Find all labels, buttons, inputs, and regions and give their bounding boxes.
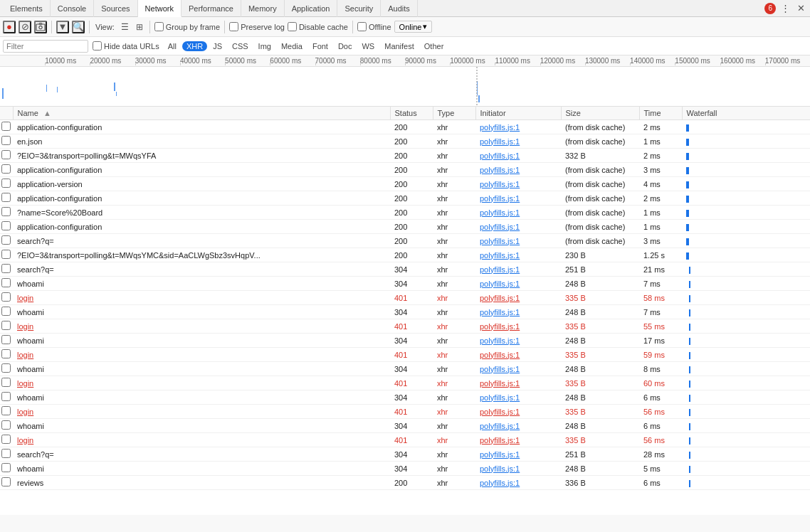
table-row[interactable]: search?q=200xhrpolyfills.js:1(from disk … bbox=[0, 234, 810, 248]
filter-button[interactable]: ▼ bbox=[56, 21, 69, 33]
row-initiator-link[interactable]: polyfills.js:1 bbox=[480, 436, 520, 445]
table-row[interactable]: whoami304xhrpolyfills.js:1248 B17 ms bbox=[0, 334, 810, 348]
filter-tag-other[interactable]: Other bbox=[420, 41, 448, 51]
filter-tag-media[interactable]: Media bbox=[277, 41, 307, 51]
preserve-log-checkbox[interactable] bbox=[229, 22, 238, 31]
table-row[interactable]: login401xhrpolyfills.js:1335 B55 ms bbox=[0, 319, 810, 334]
view-group-button[interactable]: ⊞ bbox=[134, 21, 145, 33]
row-checkbox[interactable] bbox=[1, 349, 11, 358]
row-initiator-link[interactable]: polyfills.js:1 bbox=[480, 393, 520, 402]
row-name-link[interactable]: login bbox=[17, 379, 33, 388]
table-row[interactable]: login401xhrpolyfills.js:1335 B59 ms bbox=[0, 348, 810, 362]
filter-tag-xhr[interactable]: XHR bbox=[182, 41, 207, 51]
row-initiator-link[interactable]: polyfills.js:1 bbox=[480, 450, 520, 459]
row-checkbox[interactable] bbox=[1, 406, 11, 415]
hide-data-urls-checkbox[interactable] bbox=[93, 41, 102, 50]
row-checkbox[interactable] bbox=[1, 221, 11, 230]
row-initiator-link[interactable]: polyfills.js:1 bbox=[480, 322, 520, 331]
table-row[interactable]: whoami304xhrpolyfills.js:1248 B7 ms bbox=[0, 305, 810, 319]
row-checkbox[interactable] bbox=[1, 477, 11, 486]
table-container[interactable]: Name ▲ Status Type Initiator Size Time W… bbox=[0, 107, 810, 515]
tab-application[interactable]: Application bbox=[285, 0, 338, 17]
row-name-link[interactable]: login bbox=[17, 408, 33, 416]
row-initiator-link[interactable]: polyfills.js:1 bbox=[480, 479, 520, 487]
row-initiator-link[interactable]: polyfills.js:1 bbox=[480, 464, 520, 473]
record-button[interactable]: ● bbox=[3, 21, 16, 33]
row-initiator-link[interactable]: polyfills.js:1 bbox=[480, 365, 520, 373]
table-row[interactable]: whoami304xhrpolyfills.js:1248 B6 ms bbox=[0, 390, 810, 405]
table-row[interactable]: whoami304xhrpolyfills.js:1248 B8 ms bbox=[0, 362, 810, 376]
th-initiator[interactable]: Initiator bbox=[475, 107, 561, 120]
row-checkbox[interactable] bbox=[1, 363, 11, 373]
table-row[interactable]: application-version200xhrpolyfills.js:1(… bbox=[0, 177, 810, 191]
row-checkbox[interactable] bbox=[1, 321, 11, 330]
row-checkbox[interactable] bbox=[1, 235, 11, 245]
row-initiator-link[interactable]: polyfills.js:1 bbox=[480, 123, 520, 132]
clear-button[interactable]: ⊘ bbox=[19, 21, 31, 33]
filter-tag-all[interactable]: All bbox=[164, 41, 181, 51]
hide-data-urls-label[interactable]: Hide data URLs bbox=[93, 41, 159, 50]
table-row[interactable]: ?EIO=3&transport=polling&t=MWqsYMC&sid=A… bbox=[0, 248, 810, 262]
th-name[interactable]: Name ▲ bbox=[13, 107, 390, 120]
timeline[interactable]: 10000 ms20000 ms30000 ms40000 ms50000 ms… bbox=[0, 55, 810, 107]
group-by-frame-checkbox[interactable] bbox=[154, 22, 164, 31]
row-initiator-link[interactable]: polyfills.js:1 bbox=[480, 265, 520, 274]
tab-console[interactable]: Console bbox=[51, 0, 94, 17]
filter-tag-doc[interactable]: Doc bbox=[334, 41, 357, 51]
row-name-link[interactable]: login bbox=[17, 436, 33, 445]
th-time[interactable]: Time bbox=[639, 107, 682, 120]
row-checkbox[interactable] bbox=[1, 463, 11, 472]
screenshot-button[interactable] bbox=[34, 21, 47, 33]
row-checkbox[interactable] bbox=[1, 122, 11, 131]
tab-audits[interactable]: Audits bbox=[381, 0, 418, 17]
row-checkbox[interactable] bbox=[1, 435, 11, 444]
row-checkbox[interactable] bbox=[1, 250, 11, 259]
row-initiator-link[interactable]: polyfills.js:1 bbox=[480, 280, 520, 288]
row-checkbox[interactable] bbox=[1, 136, 11, 145]
preserve-log-label[interactable]: Preserve log bbox=[229, 22, 285, 31]
search-button[interactable]: 🔍 bbox=[72, 21, 85, 33]
row-initiator-link[interactable]: polyfills.js:1 bbox=[480, 237, 520, 245]
tab-elements[interactable]: Elements bbox=[3, 0, 51, 17]
row-checkbox[interactable] bbox=[1, 179, 11, 188]
table-row[interactable]: application-configuration200xhrpolyfills… bbox=[0, 191, 810, 206]
row-initiator-link[interactable]: polyfills.js:1 bbox=[480, 137, 520, 146]
row-initiator-link[interactable]: polyfills.js:1 bbox=[480, 408, 520, 416]
view-list-button[interactable]: ☰ bbox=[119, 21, 131, 33]
tab-sources[interactable]: Sources bbox=[94, 0, 137, 17]
disable-cache-checkbox[interactable] bbox=[288, 22, 297, 31]
row-checkbox[interactable] bbox=[1, 264, 11, 273]
disable-cache-label[interactable]: Disable cache bbox=[288, 22, 348, 31]
filter-tag-img[interactable]: Img bbox=[254, 41, 275, 51]
offline-label[interactable]: Offline bbox=[357, 22, 391, 31]
group-by-frame-label[interactable]: Group by frame bbox=[154, 22, 220, 31]
table-row[interactable]: whoami304xhrpolyfills.js:1248 B6 ms bbox=[0, 419, 810, 433]
row-initiator-link[interactable]: polyfills.js:1 bbox=[480, 308, 520, 316]
tab-memory[interactable]: Memory bbox=[241, 0, 285, 17]
row-initiator-link[interactable]: polyfills.js:1 bbox=[480, 151, 520, 160]
table-row[interactable]: login401xhrpolyfills.js:1335 B60 ms bbox=[0, 376, 810, 390]
row-initiator-link[interactable]: polyfills.js:1 bbox=[480, 294, 520, 302]
table-row[interactable]: login401xhrpolyfills.js:1335 B56 ms bbox=[0, 405, 810, 419]
row-initiator-link[interactable]: polyfills.js:1 bbox=[480, 422, 520, 430]
row-checkbox[interactable] bbox=[1, 335, 11, 344]
tab-network[interactable]: Network bbox=[138, 0, 182, 17]
filter-tag-js[interactable]: JS bbox=[209, 41, 226, 51]
th-size[interactable]: Size bbox=[561, 107, 639, 120]
table-row[interactable]: en.json200xhrpolyfills.js:1(from disk ca… bbox=[0, 134, 810, 149]
table-row[interactable]: whoami304xhrpolyfills.js:1248 B5 ms bbox=[0, 462, 810, 476]
table-row[interactable]: whoami304xhrpolyfills.js:1248 B7 ms bbox=[0, 277, 810, 291]
filter-tag-ws[interactable]: WS bbox=[357, 41, 379, 51]
filter-tag-font[interactable]: Font bbox=[308, 41, 332, 51]
row-checkbox[interactable] bbox=[1, 207, 11, 216]
tab-security[interactable]: Security bbox=[337, 0, 381, 17]
row-checkbox[interactable] bbox=[1, 307, 11, 316]
table-row[interactable]: reviews200xhrpolyfills.js:1336 B6 ms bbox=[0, 476, 810, 490]
th-status[interactable]: Status bbox=[390, 107, 433, 120]
online-button[interactable]: Online ▾ bbox=[394, 21, 433, 33]
filter-tag-css[interactable]: CSS bbox=[228, 41, 253, 51]
row-checkbox[interactable] bbox=[1, 378, 11, 387]
row-initiator-link[interactable]: polyfills.js:1 bbox=[480, 251, 520, 260]
row-initiator-link[interactable]: polyfills.js:1 bbox=[480, 180, 520, 188]
table-row[interactable]: search?q=304xhrpolyfills.js:1251 B28 ms bbox=[0, 447, 810, 462]
